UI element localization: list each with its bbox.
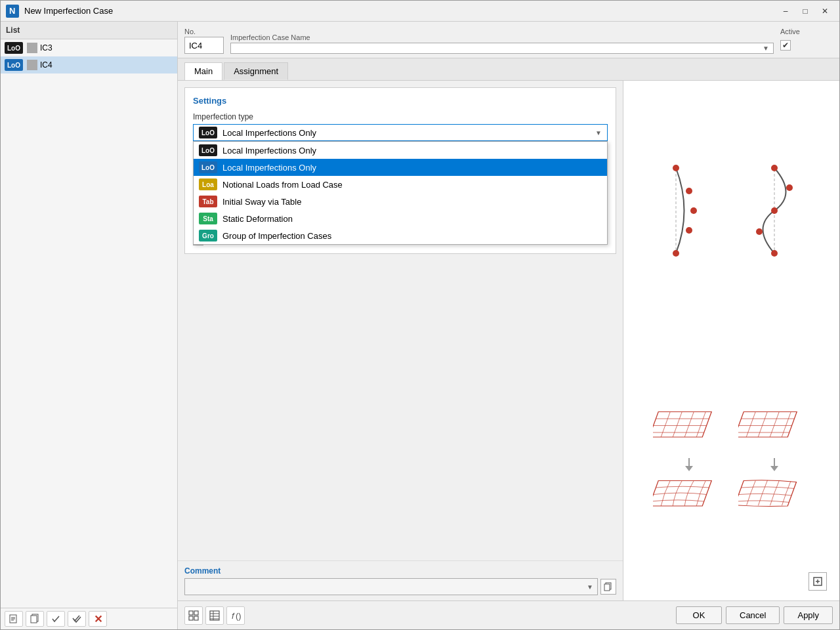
item-1-badge: LoO	[199, 161, 217, 173]
preview-button[interactable]	[808, 572, 827, 591]
comment-input-container[interactable]: ▼	[184, 578, 598, 595]
svg-text:N: N	[9, 6, 15, 16]
bottom-toolbar: f () OK Cancel Apply	[178, 600, 839, 629]
ic4-icon	[27, 60, 37, 70]
delete-button[interactable]: ✕	[89, 611, 107, 627]
dropdown-item-1[interactable]: LoO Local Imperfections Only	[194, 159, 607, 176]
arrow-left	[653, 457, 725, 472]
apply-button[interactable]: Apply	[784, 606, 833, 624]
plate-arrows	[653, 457, 810, 472]
table-view-button[interactable]	[205, 606, 224, 625]
name-group: Imperfection Case Name ▼	[230, 33, 774, 54]
imperfection-dropdown-container: LoO Local Imperfections Only ▼ LoO L	[193, 124, 608, 141]
settings-panel: Settings Imperfection type LoO Local Imp…	[184, 87, 616, 254]
svg-rect-47	[194, 616, 198, 620]
svg-point-18	[786, 184, 793, 191]
sidebar-item-ic4[interactable]: LoO IC4	[1, 56, 177, 74]
plate-top-row	[653, 406, 810, 454]
plate-previews	[653, 406, 810, 523]
minimize-button[interactable]: –	[776, 4, 795, 18]
item-5-text: Group of Imperfection Cases	[222, 231, 331, 241]
dropdown-item-5[interactable]: Gro Group of Imperfection Cases	[194, 227, 607, 244]
dropdown-trigger-arrow: ▼	[595, 129, 602, 136]
close-button[interactable]: ✕	[816, 4, 834, 18]
tabs-bar: Main Assignment	[178, 58, 839, 81]
beam-right	[738, 158, 810, 265]
beam-left	[653, 158, 725, 265]
item-3-badge: Tab	[199, 196, 217, 207]
dropdown-selected-text: Local Imperfections Only	[222, 128, 595, 138]
function-icon: f ()	[230, 610, 241, 621]
beam-previews	[653, 158, 810, 265]
settings-area: Settings Imperfection type LoO Local Imp…	[178, 81, 623, 560]
item-2-badge: Loa	[199, 178, 217, 190]
svg-rect-30	[738, 412, 797, 438]
tab-main[interactable]: Main	[184, 62, 222, 80]
svg-rect-7	[31, 616, 37, 623]
check-icon	[51, 614, 61, 624]
name-dropdown[interactable]: ▼	[230, 43, 774, 54]
sidebar-badge-ic4: LoO	[5, 59, 23, 71]
item-2-text: Notional Loads from Load Case	[222, 180, 343, 190]
tab-assignment[interactable]: Assignment	[224, 62, 288, 80]
svg-text:(): ()	[236, 611, 241, 621]
active-group: Active ✔	[780, 28, 833, 54]
svg-point-13	[690, 207, 697, 214]
table-icon	[209, 610, 220, 621]
sidebar-header: List	[1, 22, 177, 39]
arrow-right	[738, 457, 810, 472]
maximize-button[interactable]: □	[796, 4, 814, 18]
copy-item-button[interactable]	[26, 611, 44, 627]
preview-area	[623, 81, 839, 600]
dropdown-item-0[interactable]: LoO Local Imperfections Only	[194, 142, 607, 159]
sidebar-badge-ic3: LoO	[5, 42, 23, 54]
active-checkmark: ✔	[782, 41, 789, 50]
no-input[interactable]	[184, 37, 224, 54]
item-0-badge: LoO	[199, 144, 217, 156]
comment-row: ▼	[184, 578, 616, 595]
header-form: No. Imperfection Case Name ▼ Active ✔	[178, 22, 839, 58]
svg-rect-46	[189, 616, 193, 620]
main-content: List LoO IC3 LoO IC4	[1, 22, 839, 629]
comment-copy-button[interactable]	[600, 579, 616, 595]
preview-action-button[interactable]	[808, 572, 827, 591]
plate-flat-right	[738, 406, 810, 454]
comment-dropdown-arrow: ▼	[587, 583, 593, 591]
imperfection-type-group: Imperfection type LoO Local Imperfection…	[193, 112, 608, 141]
comment-label: Comment	[184, 566, 616, 576]
no-label: No.	[184, 28, 224, 35]
active-label: Active	[780, 28, 833, 35]
ok-button[interactable]: OK	[676, 606, 722, 624]
svg-point-20	[756, 228, 763, 235]
active-checkbox[interactable]: ✔	[780, 40, 791, 51]
tab-main-label: Main	[194, 66, 213, 76]
comment-copy-icon	[604, 582, 613, 591]
cancel-button[interactable]: Cancel	[726, 606, 780, 624]
dropdown-item-3[interactable]: Tab Initial Sway via Table	[194, 193, 607, 210]
item-1-text: Local Imperfections Only	[222, 163, 316, 173]
check-all-button[interactable]	[68, 611, 86, 627]
new-item-button[interactable]	[5, 611, 23, 627]
plate-curved-left	[653, 475, 725, 523]
grid-view-button[interactable]	[184, 606, 203, 625]
tab-assignment-label: Assignment	[234, 66, 278, 76]
svg-rect-22	[653, 412, 711, 438]
item-4-text: Static Deformation	[222, 214, 293, 224]
check-all-icon	[72, 614, 82, 624]
sidebar-item-ic3[interactable]: LoO IC3	[1, 39, 177, 56]
function-button[interactable]: f ()	[226, 606, 245, 625]
plate-bottom-row	[653, 475, 810, 523]
check-button[interactable]	[47, 611, 65, 627]
svg-point-21	[771, 250, 778, 257]
sidebar-footer: ✕	[1, 608, 177, 629]
imperfection-type-label: Imperfection type	[193, 112, 608, 121]
svg-rect-45	[194, 611, 198, 615]
item-3-text: Initial Sway via Table	[222, 197, 301, 207]
item-4-badge: Sta	[199, 213, 217, 224]
dropdown-item-2[interactable]: Loa Notional Loads from Load Case	[194, 176, 607, 193]
title-bar: N New Imperfection Case – □ ✕	[1, 1, 839, 22]
tabs-list: Main Assignment	[184, 62, 833, 80]
dropdown-item-4[interactable]: Sta Static Deformation	[194, 210, 607, 227]
imperfection-dropdown-trigger[interactable]: LoO Local Imperfections Only ▼	[193, 124, 608, 141]
dropdown-list: LoO Local Imperfections Only LoO Local I…	[193, 141, 608, 245]
